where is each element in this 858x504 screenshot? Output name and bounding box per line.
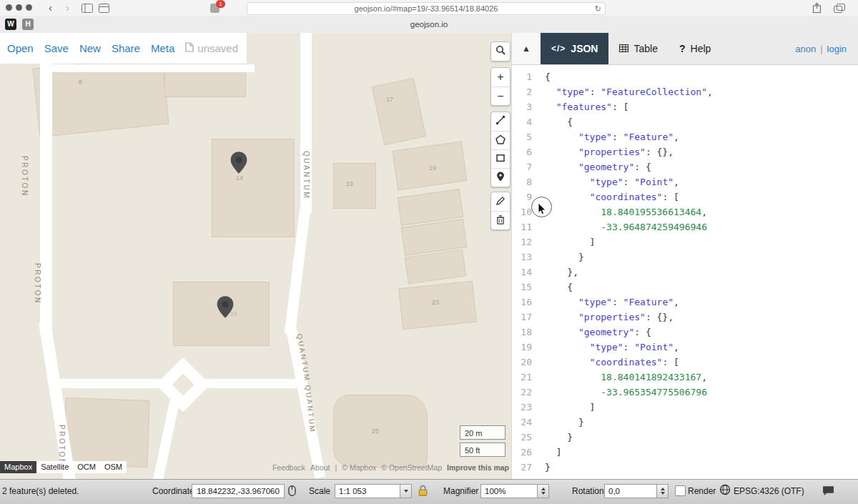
coordinate-value: 18.842232,-33.967060 xyxy=(192,485,284,498)
edit-layers-button[interactable] xyxy=(491,192,510,211)
draw-rectangle-button[interactable] xyxy=(491,149,510,168)
polygon-icon xyxy=(495,134,506,147)
zoom-control: + − xyxy=(490,67,511,106)
scale-combobox[interactable]: 1:1 053 xyxy=(335,484,412,498)
map-marker[interactable] xyxy=(216,295,235,322)
address-bar[interactable]: geojson.io/#map=19/-33.96514/18.84026 ↻ xyxy=(247,2,606,15)
code-icon: </> xyxy=(551,44,566,54)
editor-header: ▲ </> JSON Table ? Help anon | login xyxy=(512,33,858,65)
status-bar: 2 feature(s) deleted. Coordinate 18.8422… xyxy=(0,479,858,504)
help-icon: ? xyxy=(679,43,686,54)
crs-status-button[interactable]: EPSG:4326 (OTF) xyxy=(734,486,804,496)
draw-marker-button[interactable] xyxy=(491,168,510,187)
map-pane[interactable]: 8 17 14 19 19 23 25 16 PROTON PROTON PRO… xyxy=(0,33,511,479)
search-button[interactable] xyxy=(491,42,510,61)
sidebar-icon[interactable] xyxy=(82,3,93,16)
coordinate-input[interactable]: 18.842232,-33.967060 xyxy=(192,484,285,498)
zoom-in-button[interactable]: + xyxy=(491,68,510,87)
rotation-spinbox[interactable]: 0,0 xyxy=(604,484,669,498)
zoom-out-button[interactable]: − xyxy=(491,87,510,105)
feedback-link[interactable]: Feedback xyxy=(272,463,305,472)
auth-area: anon | login xyxy=(795,33,858,64)
document-icon xyxy=(185,42,194,54)
street-label-proton: PROTON xyxy=(58,425,66,466)
tab-help[interactable]: ? Help xyxy=(669,33,721,64)
improve-map-link[interactable]: Improve this map xyxy=(447,463,509,472)
about-link[interactable]: About xyxy=(310,463,330,472)
road xyxy=(46,64,255,72)
menu-meta[interactable]: Meta xyxy=(151,42,174,54)
coordinate-label: Coordinate xyxy=(152,486,194,496)
browser-tabbar: W H geojson.io xyxy=(0,16,858,34)
map-attribution: Feedback About | © Mapbox © OpenStreetMa… xyxy=(272,463,509,472)
trash-icon xyxy=(496,214,505,227)
delete-button[interactable] xyxy=(491,211,510,229)
render-checkbox[interactable] xyxy=(675,485,686,496)
dropdown-arrow-icon[interactable] xyxy=(400,485,411,498)
mouse-position-icon[interactable] xyxy=(288,485,296,499)
collapse-editor-button[interactable]: ▲ xyxy=(512,33,541,64)
spinner-arrows-icon[interactable] xyxy=(656,485,668,498)
tab-json[interactable]: </> JSON xyxy=(541,33,608,64)
globe-icon[interactable] xyxy=(719,484,731,498)
map-marker[interactable] xyxy=(230,151,248,177)
forward-button[interactable]: › xyxy=(63,0,72,16)
building-number: 8 xyxy=(79,79,82,86)
reload-icon[interactable]: ↻ xyxy=(595,3,601,14)
street-label-proton: PROTON xyxy=(34,263,41,305)
lock-icon[interactable] xyxy=(418,485,428,499)
render-label: Render xyxy=(688,486,716,496)
table-icon xyxy=(619,43,628,54)
draw-polygon-button[interactable] xyxy=(491,131,510,149)
tab-table-label: Table xyxy=(633,43,657,54)
editor-code[interactable]: { "type": "FeatureCollection", "features… xyxy=(538,65,713,479)
menu-save[interactable]: Save xyxy=(44,42,69,54)
layer-satellite[interactable]: Satellite xyxy=(36,461,73,473)
layer-mapbox[interactable]: Mapbox xyxy=(0,461,36,473)
tab-json-label: JSON xyxy=(571,43,598,54)
map-building xyxy=(372,78,426,146)
tab-table[interactable]: Table xyxy=(608,33,668,64)
building-number: 17 xyxy=(386,96,393,103)
menu-open[interactable]: Open xyxy=(7,42,34,54)
mapbox-credit[interactable]: © Mapbox xyxy=(342,463,376,472)
chevron-up-icon: ▲ xyxy=(522,44,531,54)
draw-line-button[interactable] xyxy=(491,112,510,131)
menu-share[interactable]: Share xyxy=(112,42,140,54)
road xyxy=(40,33,52,330)
scalebar-imperial: 50 ft xyxy=(460,443,506,457)
building-number: 25 xyxy=(372,428,379,435)
messages-icon[interactable] xyxy=(822,485,834,499)
scale-label: Scale xyxy=(309,486,330,496)
tab-overview-icon[interactable] xyxy=(834,3,845,16)
browser-toolbar: ‹ › 1 geojson.io/#map=19/-33.96514/18.84… xyxy=(0,0,858,16)
share-icon[interactable] xyxy=(812,2,822,16)
extension-button[interactable]: 1 xyxy=(210,2,226,15)
street-label-proton: PROTON xyxy=(21,156,29,197)
search-control xyxy=(490,41,511,61)
login-link[interactable]: login xyxy=(827,44,847,54)
active-tab[interactable]: geojson.io xyxy=(0,16,858,33)
layer-ocm[interactable]: OCM xyxy=(73,461,100,473)
extension-badge: 1 xyxy=(216,0,225,8)
attribution-separator: | xyxy=(335,463,337,472)
window-minimize-button[interactable] xyxy=(16,4,22,11)
menu-new[interactable]: New xyxy=(79,42,101,54)
back-button[interactable]: ‹ xyxy=(46,0,55,16)
json-editor[interactable]: 1234567891011121314151617181920212223242… xyxy=(512,65,858,479)
spinner-arrows-icon[interactable] xyxy=(537,485,548,498)
layer-osm[interactable]: OSM xyxy=(100,461,127,473)
window-zoom-button[interactable] xyxy=(26,4,32,11)
line-icon xyxy=(495,115,506,128)
map-building xyxy=(212,139,295,237)
osm-credit[interactable]: © OpenStreetMap xyxy=(381,463,442,472)
save-status: unsaved xyxy=(185,42,238,54)
window-close-button[interactable] xyxy=(6,4,12,11)
scalebar-metric: 20 m xyxy=(460,425,506,440)
street-label-quantum: QUANTUM xyxy=(302,151,310,199)
status-message: 2 feature(s) deleted. xyxy=(2,486,79,496)
magnifier-spinbox[interactable]: 100% xyxy=(480,484,549,498)
map-building xyxy=(333,163,376,209)
magnifier-value: 100% xyxy=(481,485,537,498)
tabs-icon[interactable] xyxy=(99,3,109,16)
